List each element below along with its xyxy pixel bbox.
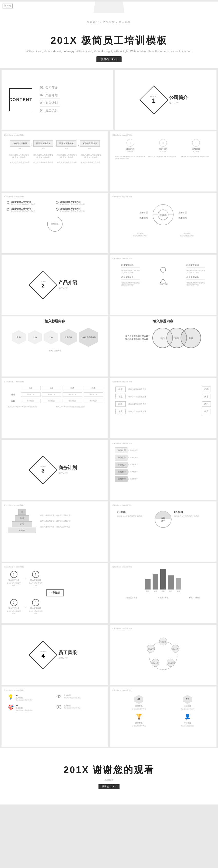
- circle-diagram-svg: 添加标题: [150, 202, 176, 227]
- section3-diamond: PART 03 3: [28, 455, 57, 484]
- section1-subtitle: 第一小节: [169, 102, 188, 105]
- svg-point-7: [161, 267, 166, 272]
- svg-text:添加文字: 添加文字: [172, 648, 179, 650]
- tl-item-3: 请在此处输入文字内容 请在此处添加文字描述内容文字内容: [7, 208, 54, 213]
- bar-chart-slide: Click here to add Title 标题 标题 标题 标题 标题: [110, 563, 216, 623]
- section3-intro: PART 03 3 商务计划 第三小节: [2, 440, 108, 500]
- step-flow-slide: Click here to add Title 1 输入文字标题 输入人文字内容…: [2, 563, 108, 623]
- thankyou-sub: 感谢观看: [104, 778, 114, 782]
- matrix-foot-2: 输入人文字内容文字内容文字内容文字内容: [56, 406, 102, 408]
- svg-text:添加文字: 添加文字: [148, 648, 154, 650]
- hex-num-2: 02 添加标题 请在此添加文字内容: [165, 695, 210, 710]
- section3-subtitle: 第三小节: [58, 472, 77, 475]
- icon-item-person: 🎯 04 添加标题 请在此添加文字内容描述: [8, 705, 53, 712]
- cycle-svg: 添加文字 添加文字 添加文字 添加文字 添加文字: [137, 632, 189, 679]
- title-subtitle: 公司简介 / 产品介绍 / 员工风采: [87, 20, 131, 24]
- column-text-slide: Click here to add Title 标题文字标题 请在此处添加文字描…: [110, 255, 216, 315]
- venn-slide: 输入标题内容 输入人文字内容文字内容文字内容文字内容文字内容 标题 标题 标题: [110, 316, 216, 376]
- section4-diamond: PART 04 4: [28, 641, 57, 670]
- hex-center: 文本内容: [60, 329, 77, 346]
- pyramid-slide: Click here to add Title 顶 第二层 第三层 底层内容 请…: [2, 501, 108, 562]
- company-intro-slide: Click here to add Title ● 添加内容 添加内容 ◎ 公司…: [110, 131, 216, 191]
- section3-title: 商务计划: [58, 465, 77, 471]
- label-row-2: 标题 请添加文字内容及描述 内容: [115, 394, 211, 399]
- section1-title: 公司简介: [169, 94, 188, 101]
- process-text-2: 请在此处输入文字描述内容,添加文字内容: [32, 154, 54, 159]
- tl-item-2: 请在此处输入文字内容 请在此处添加文字描述内容文字内容: [56, 201, 103, 206]
- circle-right-desc: 添加标题请在此添加文字内容: [180, 232, 194, 237]
- presenter-badge: 演讲者：XXX: [97, 56, 121, 62]
- hex-title: 输入标题内容: [4, 319, 106, 323]
- hex-num-3: 👤 03 添加标题 请在此添加文字内容: [165, 713, 210, 727]
- step-row-bottom: 2 输入文字标题 输入人文字内容文字内容 → 4 输入文字标题 输入人文字内容文…: [7, 599, 103, 615]
- circle-process-slide: Click here to add Title 添加标题 添加标题 添加标题: [110, 193, 216, 253]
- arrow-row-1: 添加文字 添加放文字: [115, 447, 211, 453]
- process-foot-1: 输入人文字内容文字内容: [10, 161, 29, 164]
- logo: 演界网: [3, 4, 12, 8]
- process-box-3: 请添加文字描述: [56, 140, 76, 147]
- people-icons-slide: Click here to add Title 💡 01 添加标题 请在此添加文…: [2, 686, 108, 747]
- venn-desc: 输入人文字内容文字内容文字内容文字内容文字内容: [126, 335, 151, 341]
- process-text-3: 请在此处输入文字描述内容,添加文字内容: [56, 154, 78, 159]
- toc-item-2: 02产品介绍: [40, 93, 60, 99]
- process-slide: Click here to add Title 请添加文字描述 描述 › 请添加…: [2, 131, 108, 191]
- hex-num-1: 01 添加标题 请在此添加文字内容: [116, 695, 162, 710]
- center-figure-svg: 中间文字标题: [153, 265, 173, 285]
- process-box-2: 请添加文字描述: [33, 140, 53, 147]
- label-box-slide: Click here to add Title 标题 请添加文字内容及描述 内容…: [110, 378, 216, 438]
- toc-slide: CONTENT 01公司简介 02产品介绍 03商务计划 04员工风采: [2, 70, 113, 130]
- tl-item-1: 请在此处输入文字内容 请在此处添加文字描述内容文字内容: [7, 201, 54, 206]
- icon-item-3: 03 添加标题 请在此添加文字内容描述: [56, 705, 102, 712]
- section1-intro: PART 01 1 公司简介 第一小节: [115, 70, 216, 130]
- tl-item-4: 请在此处输入文字内容 请在此处添加文字描述内容文字内容: [56, 208, 103, 213]
- svg-text:添加文字: 添加文字: [152, 662, 159, 664]
- left-text-col: 标题文字标题 请在此处添加文字描述内容文字内容文字内容 标题文字标题 请在此处添…: [121, 264, 140, 286]
- hex-slide: 输入标题内容 文本 文本 文本 文本内容 文本在人内的内容 输入人内的内容: [2, 316, 108, 376]
- main-title: 201X 极简员工培训模板: [51, 34, 167, 47]
- center-circle-area: 标题 文字: [154, 510, 172, 528]
- process-desc-1: 描述: [19, 148, 22, 150]
- company-desc-3: 请在此处添加具体内容,此处添加具体内容: [181, 155, 211, 160]
- col1: 01.标题 添加输入人文字内容的文字内容: [115, 510, 154, 518]
- venn-title: 输入标题内容: [112, 319, 214, 323]
- title-slide: 演界网 公司简介 / 产品介绍 / 员工风采 201X 极简员工培训模板 Wit…: [0, 2, 218, 68]
- label-row-4: 标题 请添加文字内容及描述 内容: [115, 409, 211, 414]
- process-desc-4: 描述: [88, 148, 91, 150]
- company-desc-1: 请在此处添加具体内容,此处添加具体内容,请在此处添加具体内容: [115, 155, 146, 160]
- process-box-4: 请添加文字描述: [80, 140, 100, 147]
- pyramid-shape: 顶 第二层 第三层 底层内容: [8, 509, 36, 533]
- svg-text:中间文字标题: 中间文字标题: [159, 283, 168, 285]
- two-col-slide: Click here to add Title 01.标题 添加输入人文字内容的…: [110, 501, 216, 562]
- toc-list: 01公司简介 02产品介绍 03商务计划 04员工风采: [40, 84, 60, 116]
- company-item-3: ● 添加内容 添加内容: [181, 139, 211, 153]
- process-box-1: 请添加文字描述: [10, 140, 30, 147]
- matrix-slide: Click here to add Title 标题 标题 标题 标题 标题 请…: [2, 378, 108, 438]
- section4-intro: PART 04 4 员工风采 第四小节: [2, 625, 108, 685]
- company-desc-2: 请在此处添加具体内容,此处添加具体内容: [148, 155, 179, 160]
- content-badge: CONTENT: [9, 88, 32, 111]
- toc-item-3: 03商务计划: [40, 101, 60, 106]
- timeline-slide: Click here to add Title 请在此处输入文字内容 请在此处添…: [2, 193, 108, 253]
- pyramid-right-text: 请在此处添加文字，请在此处添加文字 请在此处添加文字，请在此处添加文字 请在此处…: [40, 514, 102, 528]
- process-text-1: 请在此处输入文字描述内容,添加文字内容: [8, 154, 30, 159]
- hex-1: 文本: [12, 330, 26, 344]
- toc-item-1: 01公司简介: [40, 86, 60, 91]
- venn-circle-3: 标题: [181, 328, 201, 348]
- icon-item-2: 02 添加标题 请在此添加文字内容描述: [56, 694, 102, 701]
- title-description: Without ideal, life is a desert, not ang…: [26, 49, 192, 54]
- matrix-foot-1: 输入人文字内容文字内容文字内容文字内容: [8, 406, 54, 408]
- process-text-4: 请在此处输入文字描述内容,添加文字内容: [80, 154, 102, 159]
- svg-line-11: [163, 279, 166, 283]
- col2: 02.标题 添加输入人文字内容的文字内容: [172, 510, 211, 518]
- company-item-2: ◎ 公司介绍 添加内容: [148, 139, 179, 153]
- svg-line-10: [160, 279, 163, 283]
- label-row-1: 标题 请添加文字内容及描述 内容: [115, 386, 211, 392]
- thankyou-slide: 201X 谢谢您的观看 感谢观看 演讲者：XXX: [0, 748, 218, 805]
- svg-text:添加标题: 添加标题: [160, 214, 167, 216]
- arrow-flow-slide: Click here to add Title 添加文字 添加放文字 添加文字 …: [110, 440, 216, 500]
- hex-large: 文本在人内的内容: [79, 328, 98, 347]
- step-row-top: 1 输入文字标题 输入人文字内容文字内容 → 3 输入文字标题 输入人文字内容文…: [7, 571, 103, 587]
- arrow-row-4: 添加文字 添加放文字: [115, 469, 211, 475]
- icon-item-1: 💡 01 添加标题 请在此添加文字内容描述: [8, 694, 53, 701]
- process-foot-3: 输入人文字内容文字内容: [57, 161, 77, 164]
